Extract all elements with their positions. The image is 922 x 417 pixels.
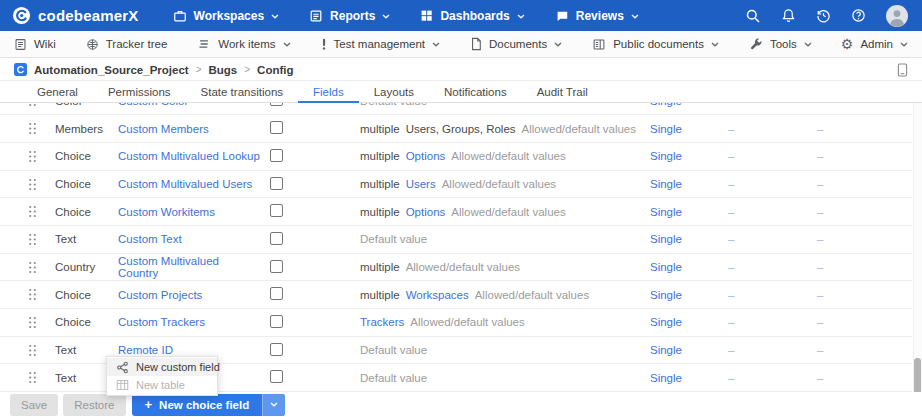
help-icon[interactable] [851, 8, 866, 23]
avatar[interactable] [886, 5, 908, 27]
tab-general[interactable]: General [22, 82, 93, 102]
history-icon[interactable] [816, 8, 831, 23]
drag-handle[interactable] [28, 205, 55, 218]
single-cell: Single [650, 261, 728, 273]
field-values: multipleOptionsAllowed/default values [360, 206, 650, 218]
field-values-link[interactable]: Workspaces [406, 289, 469, 301]
field-name-link[interactable]: Custom Multivalued Users [118, 178, 252, 190]
drag-handle[interactable] [28, 103, 55, 107]
breadcrumb-item-config[interactable]: Config [257, 64, 293, 76]
breadcrumb: Automation_Source_Project >Bugs>Config [0, 59, 922, 81]
drag-handle[interactable] [28, 288, 55, 301]
tab-permissions[interactable]: Permissions [93, 82, 186, 102]
single-link[interactable]: Single [650, 344, 682, 356]
toolbar-item-tools[interactable]: Tools [749, 37, 812, 51]
toolbar-item-tracker-tree[interactable]: Tracker tree [86, 38, 168, 51]
field-name-link[interactable]: Custom Trackers [118, 316, 205, 328]
field-checkbox[interactable] [270, 177, 283, 190]
top-menu-reports[interactable]: Reports [309, 9, 390, 23]
single-link[interactable]: Single [650, 150, 682, 162]
tab-state-transitions[interactable]: State transitions [186, 82, 298, 102]
menu-item-label: New custom field [136, 361, 220, 373]
chevron-down-icon [517, 14, 525, 19]
field-checkbox[interactable] [270, 103, 283, 106]
drag-handle[interactable] [28, 316, 55, 329]
single-link[interactable]: Single [650, 123, 682, 135]
field-name-link[interactable]: Custom Members [118, 123, 209, 135]
single-link[interactable]: Single [650, 103, 682, 107]
toolbar-item-public-documents[interactable]: Public documents [592, 38, 719, 51]
field-name-link[interactable]: Custom Multivalued Lookup [118, 150, 260, 162]
app-logo[interactable]: codebeamerX [12, 6, 139, 25]
drag-handle[interactable] [28, 178, 55, 191]
field-checkbox-cell [262, 370, 360, 385]
drag-handle[interactable] [28, 344, 55, 357]
single-link[interactable]: Single [650, 178, 682, 190]
drag-handle[interactable] [28, 371, 55, 384]
menu-item-new-custom-field[interactable]: New custom field [107, 358, 217, 376]
field-checkbox[interactable] [270, 315, 283, 328]
field-values-link[interactable]: Options [406, 206, 446, 218]
single-link[interactable]: Single [650, 233, 682, 245]
single-link[interactable]: Single [650, 261, 682, 273]
field-values-text: Default value [360, 233, 427, 245]
drag-handle[interactable] [28, 122, 55, 135]
save-button[interactable]: Save [10, 394, 58, 416]
drag-handle[interactable] [28, 261, 55, 274]
toolbar-item-documents[interactable]: Documents [470, 37, 562, 51]
single-link[interactable]: Single [650, 289, 682, 301]
drag-handle[interactable] [28, 233, 55, 246]
new-choice-field-caret[interactable] [262, 394, 285, 416]
single-cell: Single [650, 372, 728, 384]
field-checkbox[interactable] [270, 370, 283, 383]
top-menu-dashboards[interactable]: Dashboards [420, 9, 524, 23]
chevron-down-icon [382, 14, 390, 19]
vertical-scrollbar[interactable] [913, 103, 922, 417]
restore-button[interactable]: Restore [63, 394, 125, 416]
drag-handle-icon [28, 178, 37, 191]
field-checkbox[interactable] [270, 149, 283, 162]
toolbar-item-label: Public documents [613, 38, 704, 50]
bell-icon[interactable] [781, 8, 796, 23]
field-checkbox[interactable] [270, 121, 283, 134]
field-checkbox-cell [262, 315, 360, 330]
tab-notifications[interactable]: Notifications [429, 82, 522, 102]
field-name-link[interactable]: Remote ID [118, 344, 173, 356]
single-link[interactable]: Single [650, 372, 682, 384]
field-values-text: multiple [360, 150, 400, 162]
field-name-link[interactable]: Custom Projects [118, 289, 202, 301]
field-name-link[interactable]: Custom Multivalued Country [118, 255, 219, 279]
field-checkbox[interactable] [270, 287, 283, 300]
top-menu-label: Workspaces [194, 9, 264, 23]
single-link[interactable]: Single [650, 316, 682, 328]
field-checkbox[interactable] [270, 260, 283, 273]
toolbar-item-wiki[interactable]: Wiki [14, 38, 56, 51]
bookmark-icon[interactable] [897, 63, 908, 77]
top-menu-reviews[interactable]: Reviews [555, 9, 639, 23]
field-checkbox[interactable] [270, 232, 283, 245]
field-checkbox[interactable] [270, 204, 283, 217]
single-link[interactable]: Single [650, 206, 682, 218]
field-values: Default value [360, 344, 650, 356]
field-name-link[interactable]: Custom Workitems [118, 206, 215, 218]
field-values: TrackersAllowed/default values [360, 316, 650, 328]
new-choice-field-button[interactable]: + New choice field [132, 394, 286, 416]
tab-layouts[interactable]: Layouts [359, 82, 429, 102]
field-values-link[interactable]: Trackers [360, 316, 404, 328]
tab-fields[interactable]: Fields [298, 82, 359, 102]
top-menu-workspaces[interactable]: Workspaces [173, 9, 279, 23]
breadcrumb-item-bugs[interactable]: Bugs [209, 64, 238, 76]
toolbar-item-work-items[interactable]: Work items [197, 37, 290, 51]
field-checkbox[interactable] [270, 343, 283, 356]
field-name-link[interactable]: Custom Color [118, 103, 188, 107]
search-icon[interactable] [745, 8, 761, 24]
breadcrumb-project[interactable]: Automation_Source_Project [34, 64, 189, 76]
toolbar-item-admin[interactable]: ⚙ Admin [841, 37, 908, 51]
chevron-down-icon [900, 42, 908, 47]
drag-handle[interactable] [28, 150, 55, 163]
field-values-link[interactable]: Options [406, 150, 446, 162]
toolbar-item-test-management[interactable]: Test management [321, 37, 440, 51]
tab-audit-trail[interactable]: Audit Trail [522, 82, 603, 102]
field-values-link[interactable]: Users [406, 178, 436, 190]
field-name-link[interactable]: Custom Text [118, 233, 182, 245]
